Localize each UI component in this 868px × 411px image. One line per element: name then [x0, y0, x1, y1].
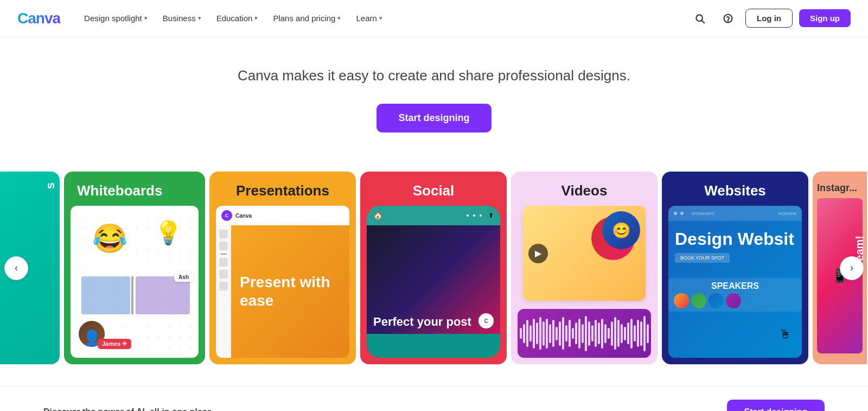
search-icon — [694, 13, 705, 24]
toolbar-icon-2 — [219, 242, 228, 250]
navbar: Canva Design spotlight ▾ Business ▾ Educ… — [0, 0, 868, 37]
toolbar-icon-4 — [219, 270, 228, 279]
help-button[interactable] — [717, 8, 739, 29]
whiteboards-title: Whiteboards — [64, 172, 205, 206]
websites-content: SPEAKERS AGENDA Design Websit BOOK YOUR … — [668, 206, 802, 358]
nav-learn-label: Learn — [356, 14, 376, 23]
wbar — [643, 316, 646, 351]
wbar — [559, 321, 561, 346]
nav-business-label: Business — [163, 14, 196, 23]
speaker-av-2 — [691, 293, 706, 308]
nav-design-spotlight[interactable]: Design spotlight ▾ — [78, 9, 154, 27]
wbar — [572, 328, 574, 339]
start-designing-button[interactable]: Start designing — [376, 104, 491, 132]
chevron-down-icon: ▾ — [379, 15, 382, 22]
wbar — [549, 324, 551, 343]
card-social[interactable]: Social 🏠 ⬆ Perfect your post C — [360, 172, 507, 364]
wbar — [582, 324, 584, 343]
presentations-content: C Canva Present with ease — [216, 206, 349, 358]
websites-speakers: SPEAKERS — [668, 278, 802, 312]
wbar — [637, 320, 639, 347]
chevron-down-icon: ▾ — [198, 15, 201, 22]
nav-plans-pricing[interactable]: Plans and pricing ▾ — [266, 9, 347, 27]
speaker-av-1 — [674, 293, 689, 308]
login-button[interactable]: Log in — [745, 9, 793, 28]
social-title: Social — [360, 172, 507, 206]
toolbar-icon-5 — [219, 282, 228, 290]
card-presentations[interactable]: Presentations C Canva — [209, 172, 356, 364]
wbar — [604, 324, 607, 343]
wbar — [614, 317, 616, 350]
wbar — [601, 319, 603, 349]
card-whiteboards[interactable]: Whiteboards 😂 💡 Ash 👤 James ✈ — [64, 172, 205, 364]
wbar — [542, 321, 545, 346]
carousel-prev-button[interactable]: ‹ — [4, 256, 28, 280]
wbar — [588, 321, 590, 346]
dot-3 — [480, 214, 482, 217]
pres-canva-logo: C — [221, 210, 232, 221]
nav-design-spotlight-label: Design spotlight — [84, 14, 142, 23]
dot-1 — [467, 214, 469, 217]
carousel-next-button[interactable]: › — [840, 256, 864, 280]
websites-book-btn: BOOK YOUR SPOT — [675, 253, 730, 263]
wbar — [608, 328, 610, 339]
toolbar-icon-1 — [219, 230, 228, 238]
signup-button[interactable]: Sign up — [799, 9, 851, 27]
wbar — [562, 317, 564, 350]
websites-dot-2 — [680, 212, 684, 215]
wbar — [640, 321, 642, 346]
help-icon — [723, 13, 733, 24]
nav-right: Log in Sign up — [689, 8, 851, 29]
wbar — [617, 320, 620, 347]
svg-point-3 — [728, 21, 729, 21]
cards-section: ‹ s eam! Whiteboards 😂 💡 — [0, 150, 868, 386]
footer-start-designing-button[interactable]: Start designing — [727, 400, 825, 411]
wbar — [621, 324, 623, 343]
wbar — [575, 323, 577, 344]
nav-plans-pricing-label: Plans and pricing — [273, 14, 335, 23]
pres-main: Present with ease — [231, 225, 349, 358]
websites-main: Design Websit BOOK YOUR SPOT — [668, 221, 802, 271]
wbar — [627, 323, 629, 344]
websites-dot-1 — [674, 212, 677, 215]
nav-education[interactable]: Education ▾ — [210, 9, 265, 27]
websites-speakers-label: SPEAKERS — [674, 281, 796, 291]
wbar — [533, 319, 535, 349]
videos-title: Videos — [511, 172, 658, 206]
waveform-bars — [518, 316, 651, 351]
search-button[interactable] — [689, 8, 711, 29]
wbar — [565, 325, 567, 342]
nav-links: Design spotlight ▾ Business ▾ Education … — [78, 9, 689, 27]
cursor-icon: 🖱 — [779, 327, 791, 342]
wbar — [598, 323, 600, 344]
video-frame: 😊 ▶ — [523, 206, 646, 301]
wbar — [556, 327, 558, 340]
canva-logo[interactable]: Canva — [17, 10, 60, 27]
wbar — [591, 325, 593, 342]
video-waveform — [518, 309, 651, 358]
dot-2 — [473, 214, 475, 217]
chevron-down-icon: ▾ — [337, 15, 341, 22]
card-videos[interactable]: Videos 😊 ▶ — [511, 172, 658, 364]
video-play-button[interactable]: ▶ — [528, 244, 548, 263]
nav-learn[interactable]: Learn ▾ — [349, 9, 388, 27]
wb-grid — [71, 206, 199, 358]
chevron-down-icon: ▾ — [254, 15, 258, 22]
footer-text-content: Discover the power of AI, all in one pla… — [43, 407, 214, 411]
speakers-avatars — [674, 293, 796, 308]
social-content: 🏠 ⬆ Perfect your post C — [367, 206, 500, 358]
svg-line-1 — [702, 20, 705, 23]
wbar — [578, 319, 580, 349]
chevron-down-icon: ▾ — [144, 15, 148, 22]
wbar — [634, 325, 636, 342]
presentations-title: Presentations — [209, 172, 356, 206]
wbar — [552, 320, 554, 347]
wbar — [546, 319, 548, 349]
hero-section: Canva makes it easy to create and share … — [0, 37, 868, 150]
chevron-right-icon: › — [850, 262, 853, 274]
card-websites[interactable]: Websites SPEAKERS AGENDA Design Websit B… — [662, 172, 808, 364]
social-canva-watermark: C — [478, 313, 494, 328]
social-main-img: Perfect your post C — [367, 225, 500, 334]
speaker-av-4 — [726, 293, 741, 308]
nav-business[interactable]: Business ▾ — [156, 9, 208, 27]
